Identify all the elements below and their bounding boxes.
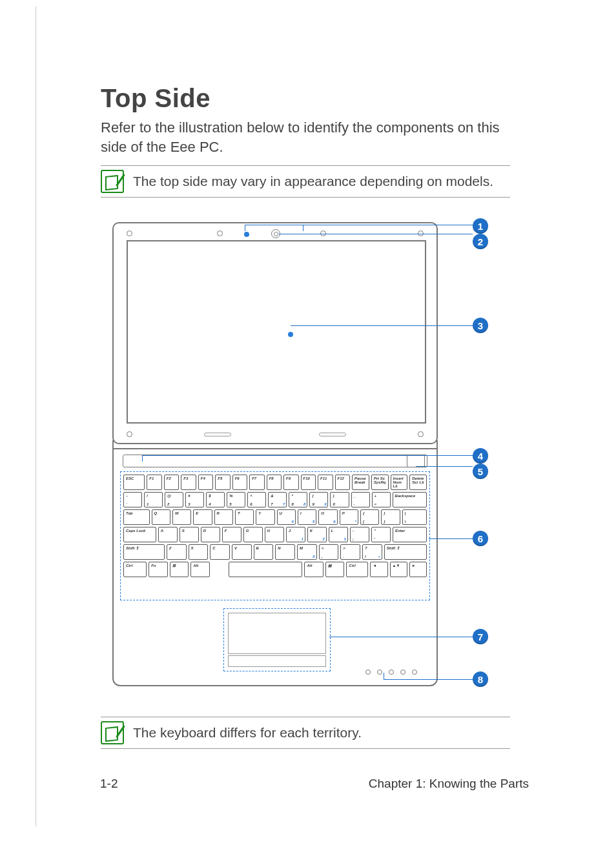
lid-hole: [217, 230, 223, 236]
page-footer: 1-2 Chapter 1: Knowing the Parts: [100, 777, 529, 791]
key: O6: [318, 509, 337, 525]
callout-1: 1: [473, 218, 488, 234]
key: $4: [206, 492, 225, 507]
hinge-slot: [319, 433, 346, 436]
key: S: [180, 527, 199, 542]
key: F6: [232, 475, 247, 490]
callout-8: 8: [473, 671, 488, 687]
key: F10: [301, 475, 316, 490]
key: Ctrl: [123, 562, 147, 577]
key: U4: [277, 509, 296, 525]
key: A: [158, 527, 178, 542]
key: Shift ⇧: [123, 544, 165, 560]
note-icon: [101, 170, 124, 193]
touchpad: [223, 608, 331, 671]
callout-6: 6: [473, 531, 488, 546]
key: |\: [402, 509, 427, 525]
key: ?/+: [362, 544, 382, 560]
key: Y: [256, 509, 274, 525]
led-icon: [389, 670, 394, 675]
key: L3: [329, 527, 348, 542]
leader-line: [416, 466, 473, 467]
key: F2: [164, 475, 179, 490]
display-center-dot: [288, 332, 293, 337]
leader-line: [142, 455, 473, 456]
key: ^6: [247, 492, 266, 507]
callout-3: 3: [473, 318, 488, 333]
touchpad-buttons: [228, 655, 326, 667]
key: &77: [268, 492, 287, 507]
key: Alt: [190, 562, 209, 577]
leader-line: [291, 325, 473, 326]
key: [212, 562, 227, 577]
display-panel: [127, 240, 426, 424]
key: H: [265, 527, 284, 542]
key: Pause Break: [352, 475, 369, 490]
leader-line: [245, 225, 473, 225]
keyboard: ESCF1F2F3F4F5F6F7F8F9F10F11F12Pause Brea…: [120, 471, 430, 600]
key: Alt: [304, 562, 323, 577]
key: ◄: [370, 562, 387, 577]
key: *88: [289, 492, 307, 507]
key: {[: [360, 509, 379, 525]
chapter-name: Chapter 1: Knowing the Parts: [369, 777, 529, 791]
key: F8: [267, 475, 282, 490]
callout-2: 2: [473, 234, 488, 249]
key: ESC: [123, 475, 145, 490]
key: K2: [307, 527, 327, 542]
key: _-: [351, 492, 370, 507]
note-text-2: The keyboard differs for each territory.: [133, 725, 362, 741]
key: F: [222, 527, 241, 542]
key: +=: [372, 492, 391, 507]
lid-hole-left: [127, 230, 132, 236]
page-number: 1-2: [100, 777, 118, 791]
leader-line: [245, 225, 245, 231]
key: }]: [381, 509, 400, 525]
key: G: [243, 527, 263, 542]
key: ▲▼: [390, 562, 407, 577]
laptop-base: ESCF1F2F3F4F5F6F7F8F9F10F11F12Pause Brea…: [112, 448, 438, 686]
callout-5: 5: [473, 464, 488, 479]
lid-hole: [127, 431, 132, 437]
key: V: [232, 544, 252, 560]
key: (99: [309, 492, 328, 507]
key: N: [275, 544, 295, 560]
key: ▤: [325, 562, 344, 577]
key: E: [193, 509, 212, 525]
key: F7: [249, 475, 264, 490]
led-icon: [365, 670, 371, 675]
leader-line: [279, 234, 473, 234]
key: W: [172, 509, 191, 525]
leader-line: [142, 455, 143, 462]
key: D: [201, 527, 220, 542]
key: Delete Scr Lk: [409, 475, 427, 490]
callout-4: 4: [473, 448, 488, 464]
key: #3: [185, 492, 204, 507]
key: I5: [298, 509, 316, 525]
key: @2: [165, 492, 183, 507]
key: ►: [409, 562, 427, 577]
callout-7: 7: [473, 629, 488, 644]
speaker-bar: [123, 455, 427, 467]
lid-hole: [418, 431, 424, 437]
key: Shift ⇧: [384, 544, 427, 560]
leader-line: [384, 673, 384, 679]
key: F1: [147, 475, 161, 490]
status-leds: [365, 670, 417, 675]
key: Enter: [393, 527, 427, 542]
leader-line: [303, 225, 303, 231]
key: X: [189, 544, 209, 560]
key: ~`: [123, 492, 142, 507]
key: Ctrl: [346, 562, 368, 577]
laptop-illustration: ESCF1F2F3F4F5F6F7F8F9F10F11F12Pause Brea…: [106, 216, 500, 693]
key: F11: [318, 475, 333, 490]
power-button: [407, 455, 425, 467]
key: Q: [152, 509, 170, 525]
key: >.: [340, 544, 360, 560]
key: F5: [215, 475, 230, 490]
key: F4: [198, 475, 213, 490]
key: Z: [167, 544, 187, 560]
key: F3: [181, 475, 196, 490]
mic-indicator: [244, 232, 249, 237]
key: M0: [297, 544, 317, 560]
